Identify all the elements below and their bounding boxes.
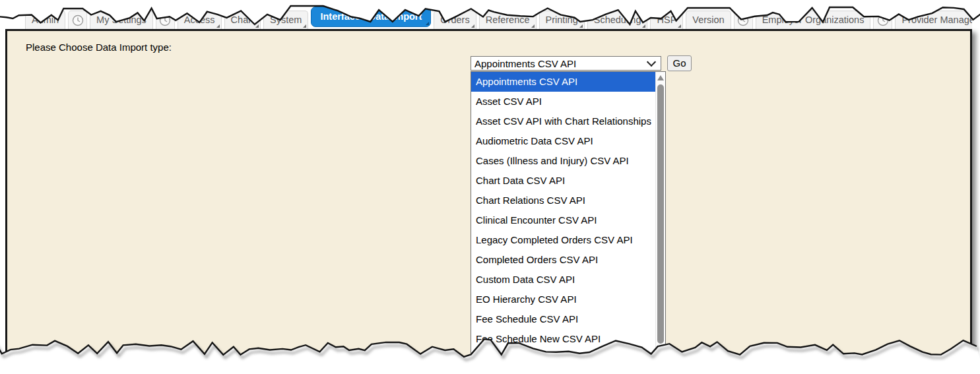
dropdown-option[interactable]: Asset CSV API with Chart Relationships — [471, 111, 656, 131]
prompt-label: Please Choose Data Import type: — [26, 42, 172, 53]
tab-provider-management[interactable]: Provider Management — [895, 11, 972, 29]
tab-my-settings[interactable]: My Settings — [90, 11, 153, 29]
content-panel: Please Choose Data Import type: Appointm… — [5, 29, 972, 374]
tab-interface-data-import[interactable]: Interface : Data Import — [311, 7, 431, 27]
caret-icon — [303, 24, 306, 28]
tab-label: Admin — [32, 15, 59, 25]
caret-icon — [678, 24, 681, 28]
dropdown-option[interactable]: Fee Schedule New CSV API — [471, 329, 656, 349]
tab-label: Access — [184, 15, 215, 25]
dropdown-option[interactable]: Fee Schedule CSV API — [471, 309, 656, 329]
tab-label: Printing — [546, 15, 578, 25]
icon-tab[interactable] — [734, 11, 753, 29]
caret-icon — [471, 24, 474, 28]
clock-icon — [158, 14, 172, 27]
dropdown-option[interactable]: Chart Relations CSV API — [471, 191, 656, 210]
dropdown-option[interactable]: Completed Orders CSV API — [471, 250, 656, 270]
tab-label: Interface : Data Import — [320, 11, 422, 22]
tab-label: Version — [692, 15, 724, 25]
scroll-up-arrow-icon[interactable] — [657, 75, 664, 80]
tab-bar: AdminMy SettingsAccessChartSystemInterfa… — [5, 0, 972, 29]
dropdown-option[interactable]: Legacy Completed Orders CSV API — [471, 230, 656, 250]
clock-icon — [736, 14, 750, 27]
select-value: Appointments CSV API — [471, 58, 648, 69]
tab-version[interactable]: Version — [686, 11, 731, 29]
data-import-type-select[interactable]: Appointments CSV API — [471, 56, 661, 71]
dropdown-option[interactable]: Audiometric Data CSV API — [471, 131, 656, 151]
tab-admin[interactable]: Admin — [25, 11, 65, 29]
dropdown-option[interactable]: Asset CSV API — [471, 92, 656, 111]
tab-label: Provider Management — [901, 15, 972, 25]
option-list: Appointments CSV APIAsset CSV APIAsset C… — [471, 72, 656, 369]
caret-icon — [531, 24, 535, 28]
caret-icon — [426, 22, 429, 25]
tab-scheduling[interactable]: Scheduling — [587, 11, 648, 29]
caret-icon — [255, 24, 259, 28]
tab-access[interactable]: Access — [178, 11, 222, 29]
tab-label: HSP — [657, 15, 676, 25]
tab-label: Employer Organizations — [762, 15, 865, 25]
data-import-type-listbox: Appointments CSV APIAsset CSV APIAsset C… — [471, 71, 666, 369]
icon-tab[interactable] — [873, 11, 892, 29]
tab-hsp[interactable]: HSP — [650, 11, 683, 29]
tab-printing[interactable]: Printing — [539, 11, 585, 29]
dropdown-option[interactable]: Chart Data CSV API — [471, 171, 656, 191]
dropdown-option[interactable]: EO Hierarchy CSV API — [471, 290, 656, 309]
icon-tab[interactable] — [68, 11, 87, 29]
scrollbar-thumb[interactable] — [657, 84, 664, 344]
screenshot-root: AdminMy SettingsAccessChartSystemInterfa… — [0, 0, 980, 374]
dropdown-option[interactable]: Appointments CSV API — [471, 72, 656, 92]
caret-icon — [642, 24, 645, 28]
tab-label: Reference — [486, 15, 530, 25]
dropdown-option[interactable]: Cases (Illness and Injury) CSV API — [471, 151, 656, 171]
go-button[interactable]: Go — [667, 55, 692, 71]
tab-orders[interactable]: Orders — [434, 11, 476, 29]
dropdown-option[interactable]: Custom Data CSV API — [471, 270, 656, 290]
tab-label: Orders — [440, 15, 469, 25]
tab-label: Scheduling — [594, 15, 641, 25]
clock-icon — [71, 14, 84, 27]
tab-label: My Settings — [96, 15, 147, 25]
dropdown-option[interactable]: Clinical Encounter CSV API — [471, 210, 656, 230]
caret-icon — [579, 24, 583, 28]
tab-system[interactable]: System — [263, 11, 308, 29]
tab-label: System — [270, 15, 302, 25]
caret-icon — [216, 24, 220, 28]
tab-chart[interactable]: Chart — [224, 11, 261, 29]
chevron-down-icon — [647, 57, 656, 66]
tab-label: Chart — [231, 15, 254, 25]
scrollbar[interactable] — [655, 72, 665, 369]
clock-icon — [876, 14, 890, 27]
tab-reference[interactable]: Reference — [479, 11, 537, 29]
tab-employer-organizations[interactable]: Employer Organizations — [756, 11, 871, 29]
icon-tab[interactable] — [156, 11, 175, 29]
